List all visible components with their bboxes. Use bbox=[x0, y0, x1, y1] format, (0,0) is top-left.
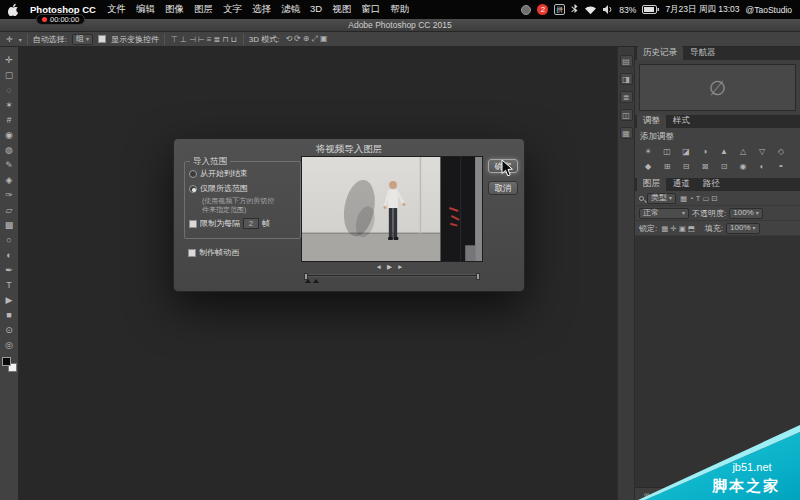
lock-icon[interactable]: ✛ bbox=[669, 224, 677, 233]
collapsed-panel-icon[interactable]: ◨ bbox=[620, 73, 633, 85]
apple-menu-icon[interactable] bbox=[8, 3, 20, 16]
crop-tool[interactable]: # bbox=[0, 113, 19, 128]
notification-badge[interactable]: 2 bbox=[537, 4, 548, 15]
adjustment-icon[interactable]: ◪ bbox=[677, 145, 695, 158]
collapsed-panel-icon[interactable]: ▤ bbox=[620, 55, 633, 67]
tab-navigator[interactable]: 导航器 bbox=[684, 46, 722, 60]
lock-icon[interactable]: ▣ bbox=[678, 224, 687, 233]
adjustment-icon[interactable]: ◫ bbox=[658, 145, 676, 158]
quick-select-tool[interactable]: ✶ bbox=[0, 98, 19, 113]
layers-tab[interactable]: 路径 bbox=[697, 177, 726, 191]
menubar-item[interactable]: 滤镜 bbox=[276, 3, 305, 14]
3d-mode-icon[interactable]: ▣ bbox=[319, 34, 329, 43]
input-method-icon[interactable]: 拼 bbox=[554, 4, 565, 15]
tab-adjustments[interactable]: 调整 bbox=[637, 114, 666, 128]
collapsed-panel-icon[interactable]: ◫ bbox=[620, 109, 633, 121]
status-app-icon[interactable] bbox=[521, 5, 531, 15]
trim-slider[interactable] bbox=[304, 274, 480, 277]
3d-mode-icon[interactable]: ⟲ bbox=[284, 34, 293, 43]
collapsed-panel-icon[interactable]: ▦ bbox=[620, 127, 633, 139]
3d-mode-icon[interactable]: ⟳ bbox=[293, 34, 302, 43]
make-frame-animation-checkbox[interactable] bbox=[188, 249, 196, 257]
adjustment-icon[interactable]: ⊟ bbox=[677, 160, 695, 173]
gradient-tool[interactable]: ▩ bbox=[0, 218, 19, 233]
align-icon[interactable]: ⊥ bbox=[179, 35, 188, 44]
limit-frames-checkbox[interactable] bbox=[189, 220, 197, 228]
align-icon[interactable]: ⊔ bbox=[229, 35, 237, 44]
bluetooth-icon[interactable] bbox=[571, 4, 578, 15]
tool-preset-caret-icon[interactable]: ▾ bbox=[19, 36, 22, 43]
blur-tool[interactable]: ○ bbox=[0, 233, 19, 248]
color-swatches[interactable] bbox=[2, 357, 17, 372]
history-brush-tool[interactable]: ✑ bbox=[0, 188, 19, 203]
show-transform-checkbox[interactable] bbox=[98, 35, 106, 43]
brush-tool[interactable]: ✎ bbox=[0, 158, 19, 173]
adjustment-icon[interactable]: ◆ bbox=[639, 160, 657, 173]
lasso-tool[interactable]: ◌ bbox=[0, 83, 19, 98]
menubar-item[interactable]: 文字 bbox=[218, 3, 247, 14]
align-icon[interactable]: ⊤ bbox=[170, 35, 179, 44]
current-tool-icon[interactable]: ✛ bbox=[5, 35, 14, 44]
work-area-end-icon[interactable] bbox=[313, 279, 319, 283]
layers-tab[interactable]: 图层 bbox=[637, 177, 666, 191]
collapsed-panel-icon[interactable]: ≣ bbox=[620, 91, 633, 103]
hand-tool[interactable]: ⊙ bbox=[0, 323, 19, 338]
move-tool[interactable]: ✛ bbox=[0, 53, 19, 68]
wifi-icon[interactable] bbox=[584, 5, 597, 15]
menubar-item[interactable]: 图像 bbox=[160, 3, 189, 14]
type-tool[interactable]: T bbox=[0, 278, 19, 293]
adjustment-icon[interactable]: ☀ bbox=[639, 145, 657, 158]
radio-from-start-to-end[interactable] bbox=[189, 170, 197, 178]
menubar-clock[interactable]: 7月23日 周四 13:03 bbox=[665, 4, 739, 16]
tab-styles[interactable]: 样式 bbox=[667, 114, 696, 128]
filter-icon[interactable]: ◔ bbox=[688, 194, 695, 203]
adjustment-icon[interactable]: ▲ bbox=[715, 145, 733, 158]
menubar-item[interactable]: 文件 bbox=[102, 3, 131, 14]
lock-icon[interactable]: ▦ bbox=[660, 224, 669, 233]
fill-dropdown[interactable]: 100% ▾ bbox=[726, 223, 759, 234]
filter-icon[interactable]: ▦ bbox=[679, 194, 688, 203]
menubar-item[interactable]: 帮助 bbox=[385, 3, 414, 14]
filter-type-dropdown[interactable]: 类型 ▾ bbox=[647, 193, 676, 204]
transport-icon[interactable]: ◄ bbox=[376, 263, 387, 270]
menubar-item[interactable]: 编辑 bbox=[131, 3, 160, 14]
adjustment-icon[interactable]: ◐ bbox=[753, 160, 771, 173]
shape-tool[interactable]: ■ bbox=[0, 308, 19, 323]
foreground-color-swatch[interactable] bbox=[2, 357, 11, 366]
clone-stamp-tool[interactable]: ◈ bbox=[0, 173, 19, 188]
path-select-tool[interactable]: ▶ bbox=[0, 293, 19, 308]
adjustment-icon[interactable]: ▽ bbox=[753, 145, 771, 158]
dodge-tool[interactable]: ◐ bbox=[0, 248, 19, 263]
eraser-tool[interactable]: ▱ bbox=[0, 203, 19, 218]
filter-icon[interactable]: ▭ bbox=[701, 194, 710, 203]
layers-tab[interactable]: 通道 bbox=[667, 177, 696, 191]
healing-brush-tool[interactable]: ◍ bbox=[0, 143, 19, 158]
transport-icon[interactable]: ► bbox=[397, 263, 408, 270]
filter-icon[interactable]: ⊡ bbox=[710, 194, 718, 203]
screen-recorder-timer[interactable]: 00:00:00 bbox=[36, 14, 85, 25]
align-icon[interactable]: ≡ bbox=[206, 35, 213, 44]
adjustment-icon[interactable]: ◑ bbox=[696, 145, 714, 158]
menubar-item[interactable]: 图层 bbox=[189, 3, 218, 14]
marquee-tool[interactable]: ▢ bbox=[0, 68, 19, 83]
adjustment-icon[interactable]: ◇ bbox=[772, 145, 790, 158]
menubar-item[interactable]: 选择 bbox=[247, 3, 276, 14]
align-icon[interactable]: ≣ bbox=[213, 35, 222, 44]
adjustment-icon[interactable]: ◉ bbox=[734, 160, 752, 173]
work-area-start-icon[interactable] bbox=[305, 279, 311, 283]
opacity-dropdown[interactable]: 100% ▾ bbox=[729, 208, 762, 219]
adjustment-icon[interactable]: ⊡ bbox=[715, 160, 733, 173]
menubar-item[interactable]: 视图 bbox=[327, 3, 356, 14]
align-icon[interactable]: ⊢ bbox=[197, 35, 206, 44]
3d-mode-icon[interactable]: ⊕ bbox=[302, 34, 311, 43]
battery-icon[interactable] bbox=[642, 5, 659, 14]
app-titlebar[interactable]: Adobe Photoshop CC 2015 bbox=[0, 19, 800, 32]
transport-icon[interactable]: ▶ bbox=[387, 263, 397, 270]
adjustment-icon[interactable]: ⊠ bbox=[696, 160, 714, 173]
pen-tool[interactable]: ✒ bbox=[0, 263, 19, 278]
blend-mode-dropdown[interactable]: 正常 ▾ bbox=[639, 208, 689, 219]
adjustment-icon[interactable]: △ bbox=[734, 145, 752, 158]
lock-icon[interactable]: ⬒ bbox=[687, 224, 696, 233]
radio-selected-range-only[interactable] bbox=[189, 185, 197, 193]
radio-row-range[interactable]: 仅限所选范围 bbox=[185, 181, 300, 196]
